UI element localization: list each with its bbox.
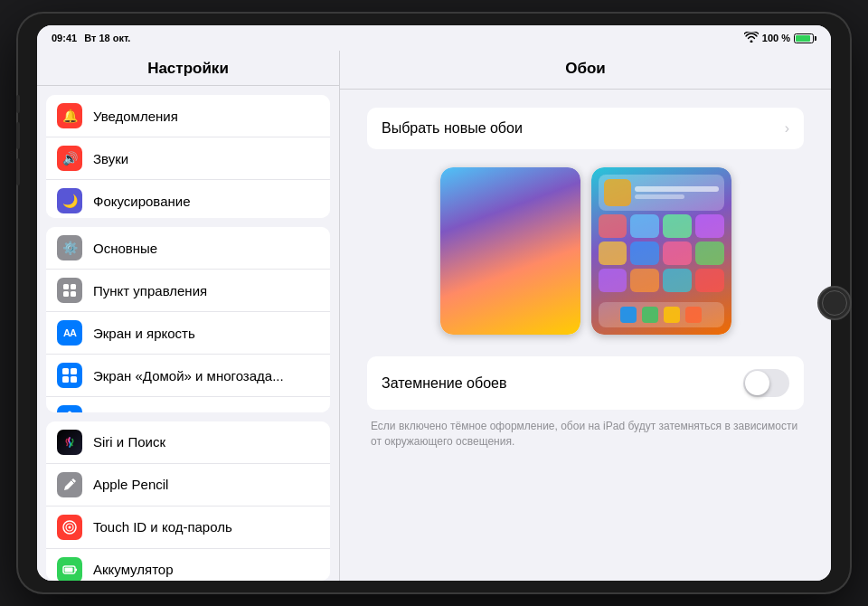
battery-label: Аккумулятор [93, 562, 174, 577]
dimming-description: Если включено тёмное оформление, обои на… [367, 419, 804, 450]
wallpaper-previews [367, 167, 804, 335]
sidebar-item-sounds[interactable]: 🔊 Звуки [46, 137, 330, 180]
focus-icon: 🌙 [57, 188, 82, 213]
home-label: Экран «Домой» и многозада... [93, 368, 284, 383]
sidebar-item-touchid[interactable]: Touch ID и код-пароль [46, 507, 330, 549]
siri-icon [57, 430, 82, 455]
svg-rect-3 [71, 291, 76, 297]
sidebar-item-control[interactable]: Пункт управления [46, 270, 330, 312]
sidebar-item-general[interactable]: ⚙️ Основные [46, 227, 330, 270]
detail-panel: Обои Выбрать новые обои › [340, 51, 831, 581]
svg-rect-2 [63, 291, 69, 297]
sounds-label: Звуки [93, 151, 128, 166]
sidebar-item-display[interactable]: AA Экран и яркость [46, 312, 330, 355]
mute-button[interactable] [16, 95, 20, 113]
select-wallpaper-row[interactable]: Выбрать новые обои › [367, 108, 804, 149]
dimming-label: Затемнение обоев [382, 375, 506, 392]
chevron-right-icon: › [785, 120, 789, 137]
status-bar: 09:41 Вт 18 окт. 100 % [37, 25, 831, 51]
focus-label: Фокусирование [93, 194, 191, 209]
volume-down-button[interactable] [16, 158, 20, 185]
sidebar-item-accessibility[interactable]: Универсальный доступ [46, 397, 330, 412]
display-icon: AA [57, 320, 82, 346]
control-icon [57, 278, 82, 303]
sidebar-item-focus[interactable]: 🌙 Фокусирование [46, 180, 330, 218]
lock-wallpaper-image [440, 167, 580, 335]
home-icon [57, 363, 82, 388]
wifi-icon [744, 32, 759, 45]
notifications-icon: 🔔 [57, 103, 82, 128]
general-label: Основные [93, 241, 157, 256]
sidebar-title: Настройки [37, 51, 339, 86]
status-date: Вт 18 окт. [84, 33, 130, 43]
home-widgets [599, 175, 724, 292]
detail-body: Выбрать новые обои › [340, 90, 831, 468]
sounds-icon: 🔊 [57, 146, 82, 171]
status-time: 09:41 [52, 33, 77, 43]
sidebar: Настройки 🔔 Уведомления 🔊 Звуки 🌙 Фокуси… [37, 51, 340, 581]
battery-item-icon [57, 557, 82, 581]
volume-up-button[interactable] [16, 122, 20, 149]
svg-rect-0 [63, 284, 69, 289]
sidebar-item-pencil[interactable]: Apple Pencil [46, 464, 330, 507]
sidebar-item-siri[interactable]: Siri и Поиск [46, 421, 330, 464]
pencil-icon [57, 472, 82, 497]
pencil-label: Apple Pencil [93, 477, 168, 492]
status-left: 09:41 Вт 18 окт. [52, 33, 130, 43]
svg-rect-4 [62, 368, 69, 374]
battery-percent: 100 % [762, 33, 790, 43]
home-button-inner [822, 290, 847, 316]
home-wallpaper-image [591, 167, 731, 335]
accessibility-icon [57, 405, 82, 412]
sidebar-item-home[interactable]: Экран «Домой» и многозада... [46, 355, 330, 397]
home-dock [599, 302, 724, 327]
svg-rect-5 [71, 368, 77, 374]
status-right: 100 % [744, 32, 816, 45]
svg-rect-1 [71, 284, 76, 289]
siri-label: Siri и Поиск [93, 434, 165, 450]
notifications-label: Уведомления [93, 109, 178, 124]
accessibility-label: Универсальный доступ [93, 411, 239, 412]
ipad-frame: 09:41 Вт 18 окт. 100 % [18, 14, 850, 592]
select-wallpaper-label: Выбрать новые обои [382, 120, 523, 137]
dimming-row: Затемнение обоев [367, 356, 804, 410]
detail-title: Обои [340, 51, 831, 90]
sidebar-item-battery[interactable]: Аккумулятор [46, 549, 330, 581]
home-screen-preview[interactable] [591, 167, 731, 335]
svg-point-13 [69, 526, 71, 528]
control-label: Пункт управления [93, 283, 207, 298]
touchid-label: Touch ID и код-пароль [93, 519, 232, 535]
touchid-icon [57, 515, 82, 540]
main-content: Настройки 🔔 Уведомления 🔊 Звуки 🌙 Фокуси… [37, 51, 831, 581]
battery-icon [794, 33, 816, 43]
svg-rect-16 [65, 567, 73, 572]
sidebar-group-3: Siri и Поиск Apple Pencil [46, 421, 330, 581]
toggle-knob [745, 371, 769, 395]
sidebar-item-notifications[interactable]: 🔔 Уведомления [46, 95, 330, 137]
svg-rect-7 [71, 376, 77, 383]
ipad-screen: 09:41 Вт 18 окт. 100 % [37, 25, 831, 581]
svg-point-8 [68, 412, 71, 412]
dimming-toggle[interactable] [743, 369, 789, 397]
display-label: Экран и яркость [93, 326, 195, 341]
svg-rect-6 [62, 376, 69, 383]
lock-screen-preview[interactable] [440, 167, 580, 335]
sidebar-group-1: 🔔 Уведомления 🔊 Звуки 🌙 Фокусирование ⏳ … [46, 95, 330, 218]
general-icon: ⚙️ [57, 235, 82, 260]
svg-rect-15 [75, 568, 77, 571]
sidebar-group-2: ⚙️ Основные Пункт управления [46, 227, 330, 412]
home-button[interactable] [817, 286, 852, 320]
